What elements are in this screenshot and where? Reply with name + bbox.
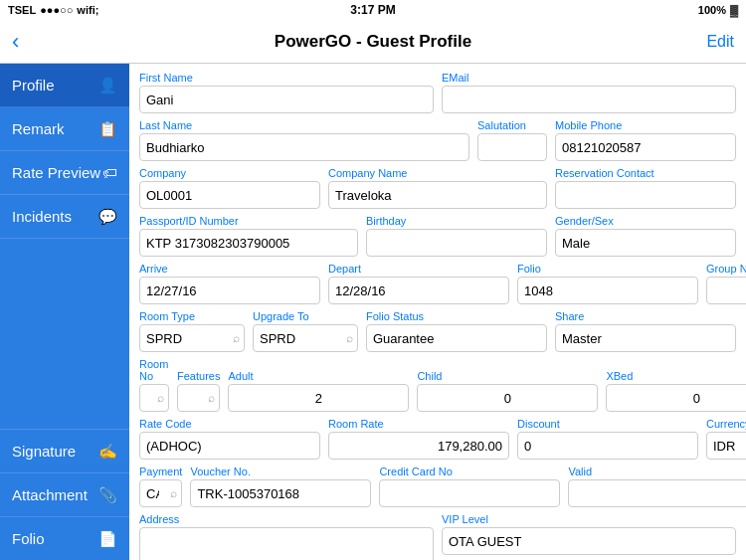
title-bar: ‹ PowerGO - Guest Profile Edit [0, 20, 746, 64]
input-voucher-no[interactable] [190, 479, 371, 507]
sidebar-item-profile[interactable]: Profile 👤 [0, 64, 129, 107]
label-arrive: Arrive [139, 263, 320, 275]
group-xbed: XBed [606, 370, 746, 412]
group-features: Features ⌕ [177, 370, 220, 412]
status-time: 3:17 PM [350, 3, 395, 17]
group-room-type: Room Type ⌕ [139, 310, 245, 352]
group-salutation: Salutation [477, 119, 547, 161]
sidebar-item-signature[interactable]: Signature ✍ [0, 429, 129, 472]
battery-icon: ▓ [730, 4, 738, 16]
label-credit-card: Credit Card No [379, 466, 560, 477]
input-vip[interactable] [442, 527, 736, 555]
input-passport[interactable] [139, 229, 358, 257]
label-lastname: Last Name [139, 119, 469, 131]
folio-icon: 📄 [98, 530, 117, 548]
input-lastname[interactable] [139, 133, 469, 161]
input-share[interactable] [555, 324, 736, 352]
label-share: Share [555, 310, 736, 322]
label-firstname: First Name [139, 72, 434, 84]
group-voucher-no: Voucher No. [190, 466, 371, 507]
group-depart: Depart [328, 263, 509, 304]
input-gender[interactable] [555, 229, 736, 257]
label-upgrade-to: Upgrade To [253, 310, 358, 322]
rate-preview-icon: 🏷 [102, 164, 117, 181]
input-xbed[interactable] [606, 384, 746, 412]
input-room-no[interactable] [139, 384, 169, 412]
group-folio: Folio [517, 263, 698, 304]
label-company: Company [139, 167, 320, 179]
group-gender: Gender/Sex [555, 215, 736, 257]
features-search-icon: ⌕ [208, 391, 215, 405]
input-currency[interactable] [706, 432, 746, 460]
input-credit-card[interactable] [379, 479, 560, 507]
input-child[interactable] [417, 384, 598, 412]
label-child: Child [417, 370, 598, 382]
group-lastname: Last Name [139, 119, 469, 161]
group-email: EMail [442, 72, 736, 113]
group-arrive: Arrive [139, 263, 320, 304]
row-firstname-email: First Name EMail [139, 72, 736, 113]
input-arrive[interactable] [139, 277, 320, 304]
sidebar-label-folio: Folio [12, 530, 45, 547]
sidebar-label-rate-preview: Rate Preview [12, 164, 100, 181]
sidebar-item-attachment[interactable]: Attachment 📎 [0, 472, 129, 516]
input-discount[interactable] [517, 432, 698, 460]
group-room-no: Room No ⌕ [139, 358, 169, 412]
input-reservation-contact[interactable] [555, 181, 736, 209]
status-left: TSEL ●●●○○ wifi; [8, 4, 98, 16]
edit-button[interactable]: Edit [706, 33, 734, 51]
wrapper-room-type: ⌕ [139, 324, 245, 352]
label-reservation-contact: Reservation Contact [555, 167, 736, 179]
room-type-search-icon: ⌕ [233, 331, 240, 345]
input-birthday[interactable] [366, 229, 547, 257]
input-rate-code[interactable] [139, 432, 320, 460]
input-valid[interactable] [568, 479, 746, 507]
label-depart: Depart [328, 263, 509, 275]
input-room-type[interactable] [139, 324, 245, 352]
back-button[interactable]: ‹ [12, 29, 19, 55]
input-folio-status[interactable] [366, 324, 547, 352]
label-discount: Discount [517, 418, 698, 430]
label-salutation: Salutation [477, 119, 547, 131]
row-rate: Rate Code Room Rate Discount Currency ⌕ [139, 418, 736, 460]
group-valid: Valid [568, 466, 746, 507]
sidebar-item-folio[interactable]: Folio 📄 [0, 516, 129, 560]
input-adult[interactable] [228, 384, 409, 412]
status-right: 100% ▓ [698, 4, 738, 16]
group-firstname: First Name [139, 72, 434, 113]
room-no-search-icon: ⌕ [157, 391, 164, 405]
sidebar-item-incidents[interactable]: Incidents 💬 [0, 195, 129, 239]
page-title: PowerGO - Guest Profile [275, 32, 471, 52]
wrapper-features: ⌕ [177, 384, 220, 412]
input-salutation[interactable] [477, 133, 547, 161]
label-valid: Valid [568, 466, 746, 477]
input-folio[interactable] [517, 277, 698, 304]
input-upgrade-to[interactable] [253, 324, 358, 352]
label-adult: Adult [228, 370, 409, 382]
input-firstname[interactable] [139, 86, 434, 113]
input-depart[interactable] [328, 277, 509, 304]
label-group-no: Group No. [706, 263, 746, 275]
input-company-name[interactable] [328, 181, 547, 209]
wrapper-payment: ⌕ [139, 479, 182, 507]
group-payment: Payment ⌕ [139, 466, 182, 507]
sidebar-item-remark[interactable]: Remark 📋 [0, 107, 129, 151]
group-birthday: Birthday [366, 215, 547, 257]
input-room-rate[interactable] [328, 432, 509, 460]
incidents-icon: 💬 [98, 208, 117, 226]
main-layout: Profile 👤 Remark 📋 Rate Preview 🏷 Incide… [0, 64, 746, 560]
input-company[interactable] [139, 181, 320, 209]
label-email: EMail [442, 72, 736, 84]
input-email[interactable] [442, 86, 736, 113]
group-rate-code: Rate Code [139, 418, 320, 460]
group-upgrade-to: Upgrade To ⌕ [253, 310, 358, 352]
payment-search-icon: ⌕ [170, 486, 177, 500]
input-mobile[interactable] [555, 133, 736, 161]
input-address[interactable] [139, 527, 434, 560]
row-arrive-depart: Arrive Depart Folio Group No. [139, 263, 736, 304]
sidebar-item-rate-preview[interactable]: Rate Preview 🏷 [0, 151, 129, 195]
row-passport: Passport/ID Number Birthday Gender/Sex [139, 215, 736, 257]
group-child: Child [417, 370, 598, 412]
input-group-no[interactable] [706, 277, 746, 304]
group-mobile: Mobile Phone [555, 119, 736, 161]
